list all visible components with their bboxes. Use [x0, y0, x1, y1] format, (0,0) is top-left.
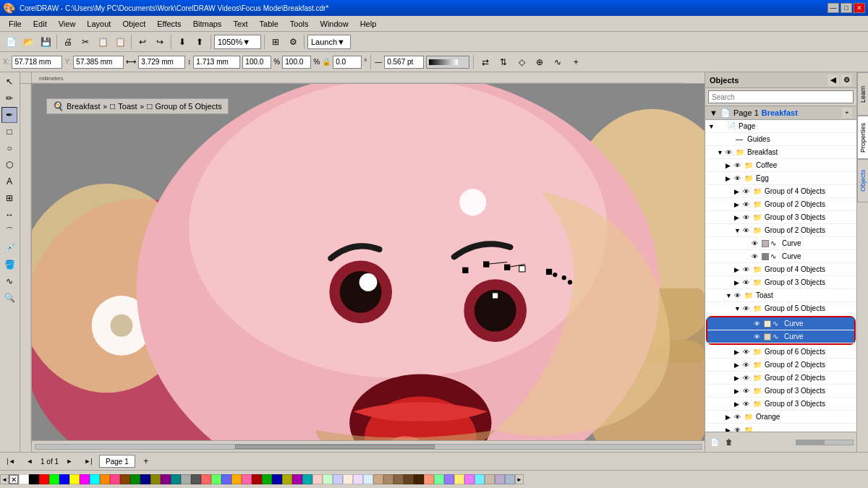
- tree-eye-g4b[interactable]: 👁: [743, 266, 753, 273]
- palette-color[interactable]: [424, 474, 434, 484]
- palette-color[interactable]: [100, 474, 110, 484]
- scale-x-field[interactable]: 100.0: [242, 56, 271, 69]
- tree-arrow-page[interactable]: ▼: [708, 123, 717, 130]
- tree-eye-g3c[interactable]: 👁: [743, 388, 753, 395]
- first-page-btn[interactable]: |◄: [3, 453, 19, 469]
- tree-eye-egg[interactable]: 👁: [734, 175, 744, 182]
- tree-eye-curve3[interactable]: 👁: [754, 320, 764, 328]
- tree-item-curve4[interactable]: 👁∿Curve: [707, 330, 854, 343]
- canvas-content[interactable]: 🍳 Breakfast » □ Toast » □ Group of 5 Obj…: [32, 84, 705, 440]
- tree-eye-g2b[interactable]: 👁: [743, 227, 753, 234]
- options-button[interactable]: ⚙: [285, 34, 301, 50]
- tree-eye-more[interactable]: 👁: [734, 427, 744, 432]
- palette-color[interactable]: [80, 474, 90, 484]
- palette-color[interactable]: [414, 474, 424, 484]
- open-button[interactable]: 📂: [20, 34, 36, 50]
- tree-item-g3c[interactable]: ▶👁📁Group of 3 Objects: [705, 385, 856, 398]
- tree-item-toast[interactable]: ▼👁📁Toast: [705, 289, 856, 302]
- palette-color[interactable]: [323, 474, 333, 484]
- h-field[interactable]: 1.713 mm: [193, 56, 240, 69]
- palette-color[interactable]: [19, 474, 29, 484]
- breadcrumb-item-2[interactable]: Toast: [118, 102, 137, 111]
- minimize-button[interactable]: —: [827, 3, 839, 13]
- tree-arrow-more[interactable]: ▶: [726, 427, 734, 432]
- search-input[interactable]: [708, 90, 854, 103]
- tree-eye-g2c[interactable]: 👁: [743, 361, 753, 369]
- tree-item-g4b[interactable]: ▶👁📁Group of 4 Objects: [705, 263, 856, 276]
- angle-field[interactable]: 0.0: [333, 56, 362, 69]
- palette-left-btn[interactable]: ◄: [0, 474, 9, 484]
- palette-color[interactable]: [201, 474, 211, 484]
- tree-item-curve3[interactable]: 👁∿Curve: [707, 317, 854, 330]
- properties-tab[interactable]: Properties: [857, 116, 868, 159]
- prev-page-btn[interactable]: ◄: [22, 453, 38, 469]
- add-node-button[interactable]: +: [568, 54, 584, 70]
- canvas-area[interactable]: millimeters: [20, 72, 705, 452]
- illustration-canvas[interactable]: [32, 84, 705, 440]
- palette-color[interactable]: [363, 474, 373, 484]
- import-button[interactable]: ⬇: [174, 34, 190, 50]
- stroke-color-field[interactable]: [426, 56, 469, 69]
- tree-eye-orange[interactable]: 👁: [734, 414, 744, 421]
- page1-tab[interactable]: Page 1: [99, 455, 135, 468]
- y-field[interactable]: 57.385 mm: [73, 56, 124, 69]
- palette-color[interactable]: [292, 474, 302, 484]
- tree-arrow-g4[interactable]: ▶: [734, 188, 743, 195]
- palette-color[interactable]: [211, 474, 221, 484]
- scale-y-field[interactable]: 100.0: [282, 56, 311, 69]
- palette-color[interactable]: [49, 474, 59, 484]
- tree-eye-curve1[interactable]: 👁: [752, 240, 762, 247]
- tree-eye-toast[interactable]: 👁: [734, 292, 744, 299]
- tree-arrow-g2b[interactable]: ▼: [734, 227, 743, 234]
- tree-arrow-orange[interactable]: ▶: [726, 414, 734, 421]
- polygon-tool[interactable]: ⬡: [1, 157, 17, 173]
- delete-layer-btn[interactable]: 🗑: [723, 436, 736, 449]
- palette-color[interactable]: [252, 474, 262, 484]
- tree-item-coffee[interactable]: ▶👁📁Coffee: [705, 159, 856, 172]
- tree-eye-curve2[interactable]: 👁: [752, 253, 762, 260]
- zoom-tool[interactable]: 🔍: [1, 290, 17, 306]
- tree-eye-curve4[interactable]: 👁: [754, 333, 764, 341]
- snap-button[interactable]: ⊞: [268, 34, 284, 50]
- eyedropper-tool[interactable]: 💉: [1, 240, 17, 256]
- pen-tool[interactable]: ✒: [1, 107, 17, 123]
- tree-arrow-g2d[interactable]: ▶: [734, 374, 743, 382]
- palette-color[interactable]: [464, 474, 475, 484]
- palette-color[interactable]: [505, 474, 515, 484]
- palette-color[interactable]: [110, 474, 120, 484]
- tree-eye-g6[interactable]: 👁: [743, 348, 753, 356]
- palette-color[interactable]: [181, 474, 191, 484]
- learn-tab[interactable]: Learn: [857, 72, 868, 116]
- menu-item-help[interactable]: Help: [354, 18, 383, 30]
- tree-eye-breakfast[interactable]: 👁: [726, 149, 736, 156]
- palette-color[interactable]: [495, 474, 505, 484]
- tree-item-g5[interactable]: ▼👁📁Group of 5 Objects: [705, 302, 856, 315]
- tree-arrow-g3c[interactable]: ▶: [734, 388, 743, 395]
- horizontal-scrollbar[interactable]: [32, 440, 705, 452]
- palette-right-btn[interactable]: ►: [515, 474, 524, 484]
- tree-arrow-g4b[interactable]: ▶: [734, 266, 743, 273]
- palette-color[interactable]: [454, 474, 464, 484]
- palette-color[interactable]: [343, 474, 353, 484]
- join-button[interactable]: ⊕: [532, 54, 548, 70]
- tree-item-curve2[interactable]: 👁∿Curve: [705, 250, 856, 263]
- tree-eye-g3[interactable]: 👁: [743, 214, 753, 221]
- palette-color[interactable]: [353, 474, 363, 484]
- tree-arrow-g3[interactable]: ▶: [734, 214, 743, 221]
- tree-item-g3[interactable]: ▶👁📁Group of 3 Objects: [705, 211, 856, 224]
- page-expand-icon[interactable]: ▼: [710, 108, 718, 117]
- tree-item-orange[interactable]: ▶👁📁Orange: [705, 411, 856, 424]
- ellipse-tool[interactable]: ○: [1, 140, 17, 156]
- palette-color[interactable]: [140, 474, 150, 484]
- tree-arrow-g6[interactable]: ▶: [734, 348, 743, 356]
- print-button[interactable]: 🖨: [60, 34, 76, 50]
- palette-color[interactable]: [302, 474, 312, 484]
- add-page-btn[interactable]: +: [138, 453, 154, 469]
- mirror-h-button[interactable]: ⇄: [477, 54, 493, 70]
- palette-color[interactable]: [191, 474, 201, 484]
- x-field[interactable]: 57.718 mm: [12, 56, 62, 69]
- node-button[interactable]: ◇: [514, 54, 529, 70]
- palette-color[interactable]: [59, 474, 69, 484]
- palette-color[interactable]: [161, 474, 171, 484]
- palette-color[interactable]: [29, 474, 39, 484]
